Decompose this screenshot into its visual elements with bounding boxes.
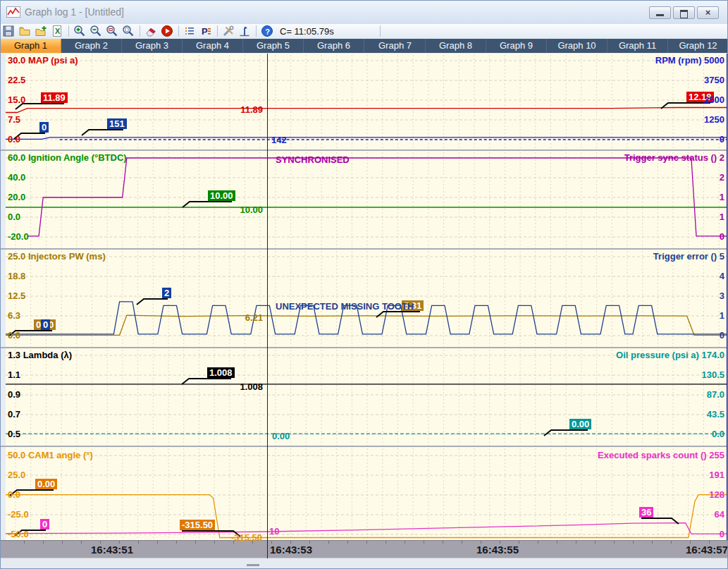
value-callout: 0.00 (35, 479, 57, 489)
axis-tick: 191 (709, 470, 724, 480)
splitter-handle[interactable] (247, 564, 259, 566)
value-callout: 151 (107, 118, 127, 129)
cursor-time-readout: C= 11:05.79s (280, 26, 334, 37)
tab-graph-5[interactable]: Graph 5 (243, 39, 304, 53)
svg-text:P: P (202, 26, 208, 37)
measure-icon[interactable] (238, 25, 252, 37)
axis-title-cam-sparks-right: Executed sparks count () 255 (598, 451, 724, 460)
value-callout: 1.008 (207, 367, 235, 378)
toolbar-separator (217, 25, 218, 37)
axis-tick: 0.0 (8, 490, 20, 500)
open-add-icon[interactable] (35, 25, 49, 37)
cursor-value-label: 10.00 (240, 205, 263, 215)
series-sparkscount (6, 523, 727, 534)
tab-graph-3[interactable]: Graph 3 (122, 39, 183, 53)
axis-title-ignition-sync-left: 60.0 Ignition Angle (°BTDC) (8, 153, 127, 163)
cursor-value-label: 142 (271, 135, 287, 145)
value-callout: 2 (162, 288, 171, 298)
axis-tick: 3 (720, 291, 724, 301)
axis-tick: 3750 (704, 75, 724, 85)
series-triggersync (27, 158, 727, 236)
axis-tick: 4 (720, 271, 724, 281)
axis-tick: 1.1 (8, 370, 20, 380)
cursor-value-label: 11.89 (240, 105, 263, 115)
axis-tick: 22.5 (8, 75, 25, 85)
axis-tick: 25.0 (8, 470, 25, 480)
legend-icon[interactable] (183, 25, 197, 37)
tab-graph-12[interactable]: Graph 12 (668, 39, 728, 53)
zoom-window-icon[interactable] (106, 25, 120, 37)
zoom-out-icon[interactable] (90, 25, 104, 37)
zoom-in-icon[interactable] (73, 25, 87, 37)
toolbar-separator (380, 25, 381, 37)
value-callout: 0 (41, 319, 50, 330)
tools-icon[interactable] (222, 25, 236, 37)
erase-icon[interactable] (144, 25, 159, 37)
axis-tick: 40.0 (8, 173, 25, 183)
tab-graph-10[interactable]: Graph 10 (547, 39, 607, 53)
axis-tick: 0.9 (8, 390, 20, 400)
tab-graph-11[interactable]: Graph 11 (607, 39, 668, 53)
axis-tick: 0 (720, 331, 724, 341)
export-excel-icon[interactable]: X (51, 25, 65, 37)
axis-tick: 0.5 (8, 429, 20, 439)
axis-tick: 64 (715, 510, 724, 520)
axis-tick: 0 (720, 232, 724, 242)
value-callout: 11.89 (41, 92, 68, 103)
axis-tick: 130.5 (701, 370, 724, 380)
help-icon[interactable]: ? (261, 25, 275, 37)
axis-title-injpw-trigerr-left: 25.0 Injectors PW (ms) (8, 252, 106, 262)
value-callout: -315.50 (180, 520, 215, 530)
axis-title-map-rpm-left: 30.0 MAP (psi a) (8, 56, 78, 66)
toolbar-separator (68, 25, 69, 37)
axis-tick: 0.0 (712, 429, 724, 439)
series-rpm (6, 137, 727, 140)
time-label: 16:43:51 (91, 544, 133, 556)
value-callout: 0.00 (569, 419, 591, 429)
graph-tabs: Graph 1Graph 2Graph 3Graph 4Graph 5Graph… (1, 39, 728, 53)
tab-graph-4[interactable]: Graph 4 (183, 39, 243, 53)
axis-tick: 43.5 (707, 410, 724, 420)
toolbar-icons: XP? (1, 24, 276, 36)
plot-region[interactable]: 30.0 MAP (psi a)22.515.07.50.0RPM (rpm) … (1, 54, 728, 540)
open-icon[interactable] (18, 25, 32, 37)
axis-tick: 0.7 (8, 410, 20, 420)
tab-graph-9[interactable]: Graph 9 (486, 39, 547, 53)
axis-tick: 0.0 (8, 212, 20, 222)
tab-graph-6[interactable]: Graph 6 (304, 39, 364, 53)
axis-tick: 15.0 (8, 95, 25, 105)
record-icon[interactable] (161, 25, 175, 37)
toolbar-separator (256, 25, 257, 37)
axis-tick: 12.5 (8, 291, 25, 301)
zoom-page-icon[interactable] (122, 25, 136, 37)
cursor-value-label: -315.50 (231, 533, 262, 543)
parameters-icon[interactable]: P (199, 25, 214, 37)
save-icon[interactable] (2, 25, 16, 37)
tab-graph-1[interactable]: Graph 1 (1, 39, 61, 53)
app-window: Graph log 1 - [Untitled] × XP?C= 11:05.7… (0, 0, 728, 569)
axis-tick: 87.0 (707, 390, 724, 400)
window-title: Graph log 1 - [Untitled] (25, 6, 124, 18)
time-label: 16:43:55 (476, 544, 519, 556)
bottom-strip (1, 558, 728, 569)
toolbar: XP?C= 11:05.79s (1, 24, 728, 39)
tab-graph-2[interactable]: Graph 2 (61, 39, 122, 53)
axis-tick: 1250 (704, 115, 724, 125)
axis-tick: 18.8 (8, 271, 25, 281)
tab-graph-7[interactable]: Graph 7 (365, 39, 426, 53)
axis-title-lambda-oil-right: Oil pressure (psi a) 174.0 (616, 350, 724, 360)
axis-title-injpw-trigerr-right: Trigger error () 5 (653, 252, 724, 262)
axis-tick: 1 (720, 311, 724, 321)
time-cursor-line[interactable] (267, 54, 268, 558)
svg-text:X: X (55, 27, 61, 35)
axis-tick: -20.0 (8, 232, 29, 242)
axis-tick: -25.0 (8, 510, 29, 520)
restore-button[interactable] (673, 6, 695, 19)
axis-tick: -50.0 (8, 530, 29, 539)
axis-title-lambda-oil-left: 1.3 Lambda (λ) (8, 350, 72, 360)
minimize-button[interactable] (649, 6, 671, 19)
axis-tick: 6.3 (8, 311, 20, 321)
close-button[interactable]: × (697, 6, 719, 19)
cursor-value-label: 10 (269, 527, 279, 537)
tab-graph-8[interactable]: Graph 8 (426, 39, 486, 53)
